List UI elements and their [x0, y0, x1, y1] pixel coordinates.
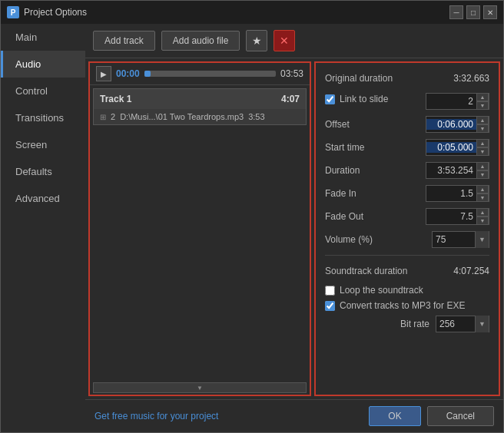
fade-out-up-arrow[interactable]: ▲: [476, 208, 489, 216]
scroll-area: ▼: [90, 381, 310, 395]
bit-rate-row: Bit rate 256 128 192 320 ▼: [325, 316, 489, 332]
offset-spinbox[interactable]: ▲ ▼: [426, 116, 489, 133]
close-button[interactable]: ✕: [483, 5, 497, 19]
duration-input[interactable]: [426, 165, 476, 176]
sidebar-item-transitions[interactable]: Transitions: [1, 104, 85, 131]
fade-out-input[interactable]: [426, 211, 476, 222]
bit-rate-select[interactable]: 256 128 192 320: [436, 319, 475, 329]
progress-fill: [144, 71, 151, 77]
link-to-slide-spinbox[interactable]: ▲ ▼: [426, 93, 489, 110]
link-to-slide-label: Link to slide: [340, 94, 388, 104]
bit-rate-label: Bit rate: [325, 319, 436, 329]
bit-rate-dropdown[interactable]: 256 128 192 320 ▼: [436, 316, 489, 332]
play-icon: ▶: [101, 70, 107, 78]
toolbar: Add track Add audio file ★ ✕: [85, 24, 503, 58]
minimize-button[interactable]: ─: [449, 5, 463, 19]
maximize-button[interactable]: □: [466, 5, 480, 19]
sidebar-item-screen[interactable]: Screen: [1, 131, 85, 158]
fade-in-down-arrow[interactable]: ▼: [476, 193, 489, 202]
fade-in-spinbox[interactable]: ▲ ▼: [426, 185, 489, 202]
track-header: Track 1 4:07: [94, 89, 306, 109]
bit-rate-dropdown-arrow[interactable]: ▼: [475, 316, 489, 332]
link-down-arrow[interactable]: ▼: [476, 101, 489, 110]
start-time-label: Start time: [325, 142, 426, 153]
right-panel: Original duration 3:32.663 Link to slide: [314, 61, 500, 396]
duration-down-arrow[interactable]: ▼: [476, 170, 489, 179]
original-duration-row: Original duration 3:32.663: [325, 69, 489, 88]
fade-in-input[interactable]: [426, 188, 476, 199]
loop-soundtrack-label: Loop the soundtrack: [340, 285, 423, 296]
volume-dropdown-arrow[interactable]: ▼: [475, 231, 489, 248]
fade-in-up-arrow[interactable]: ▲: [476, 185, 489, 193]
start-time-up-arrow[interactable]: ▲: [476, 139, 489, 147]
audio-content: ▶ 00:00 03:53 Track 1 4:07: [85, 58, 503, 399]
add-track-button[interactable]: Add track: [93, 31, 155, 51]
start-time-spinbox[interactable]: ▲ ▼: [426, 139, 489, 156]
volume-select[interactable]: 75 50 100: [433, 234, 475, 245]
sidebar-item-control[interactable]: Control: [1, 78, 85, 104]
remove-button[interactable]: ✕: [274, 30, 295, 51]
convert-mp3-row: Convert tracks to MP3 for EXE: [325, 300, 489, 311]
add-audio-file-button[interactable]: Add audio file: [161, 31, 240, 51]
link-to-slide-checkbox[interactable]: [325, 94, 335, 104]
ok-button[interactable]: OK: [369, 406, 420, 426]
fade-in-label: Fade In: [325, 188, 426, 199]
convert-mp3-label: Convert tracks to MP3 for EXE: [340, 300, 465, 311]
expand-icon: ⊞: [100, 113, 106, 121]
window-title: Project Options: [24, 7, 449, 18]
track-item[interactable]: Track 1 4:07 ⊞ 2 D:\Musi...\01 Two Teard…: [93, 88, 307, 125]
offset-up-arrow[interactable]: ▲: [476, 116, 489, 124]
app-icon: P: [7, 6, 19, 18]
offset-input[interactable]: [426, 119, 476, 130]
sidebar-item-main[interactable]: Main: [1, 24, 85, 51]
sidebar-item-defaults[interactable]: Defaults: [1, 158, 85, 185]
end-time: 03:53: [280, 68, 303, 79]
link-to-slide-input[interactable]: [426, 96, 476, 107]
fade-in-arrows: ▲ ▼: [476, 185, 489, 202]
title-bar: P Project Options ─ □ ✕: [1, 1, 503, 24]
close-icon: ✕: [280, 35, 289, 47]
loop-soundtrack-row: Loop the soundtrack: [325, 285, 489, 296]
fade-out-label: Fade Out: [325, 211, 426, 222]
soundtrack-duration-row: Soundtrack duration 4:07.254: [325, 262, 489, 280]
link-to-slide-row: Link to slide ▲ ▼: [325, 92, 489, 111]
start-time-input[interactable]: [426, 142, 476, 153]
volume-label: Volume (%): [325, 234, 432, 245]
duration-row: Duration ▲ ▼: [325, 161, 489, 180]
track-panel: ▶ 00:00 03:53 Track 1 4:07: [88, 61, 311, 396]
scroll-down-button[interactable]: ▼: [93, 382, 307, 393]
main-panel: Add track Add audio file ★ ✕ ▶: [85, 24, 503, 432]
offset-down-arrow[interactable]: ▼: [476, 124, 489, 133]
fade-out-down-arrow[interactable]: ▼: [476, 216, 489, 225]
track-duration: 4:07: [281, 94, 300, 104]
playback-bar: ▶ 00:00 03:53: [90, 63, 310, 85]
track-name: Track 1: [100, 94, 131, 104]
cancel-button[interactable]: Cancel: [427, 406, 494, 426]
link-to-slide-checkbox-group: Link to slide: [325, 94, 426, 104]
duration-label: Duration: [325, 165, 426, 176]
progress-bar[interactable]: [144, 71, 276, 77]
sidebar: Main Audio Control Transitions Screen De…: [1, 24, 85, 432]
duration-spinbox[interactable]: ▲ ▼: [426, 162, 489, 179]
current-time: 00:00: [116, 68, 140, 79]
sidebar-item-audio[interactable]: Audio: [1, 51, 85, 78]
convert-mp3-checkbox[interactable]: [325, 301, 335, 311]
sidebar-item-advanced[interactable]: Advanced: [1, 185, 85, 212]
start-time-down-arrow[interactable]: ▼: [476, 147, 489, 156]
track-list: Track 1 4:07 ⊞ 2 D:\Musi...\01 Two Teard…: [90, 85, 310, 381]
free-music-link[interactable]: Get free music for your project: [94, 411, 218, 421]
duration-arrows: ▲ ▼: [476, 162, 489, 179]
star-button[interactable]: ★: [246, 30, 267, 51]
fade-out-spinbox[interactable]: ▲ ▼: [426, 208, 489, 225]
fade-out-row: Fade Out ▲ ▼: [325, 207, 489, 226]
volume-dropdown[interactable]: 75 50 100 ▼: [432, 231, 489, 248]
fade-out-arrows: ▲ ▼: [476, 208, 489, 225]
track-slide-num: 2: [111, 112, 115, 121]
link-up-arrow[interactable]: ▲: [476, 93, 489, 101]
fade-in-row: Fade In ▲ ▼: [325, 184, 489, 203]
play-button[interactable]: ▶: [96, 66, 111, 81]
loop-soundtrack-checkbox[interactable]: [325, 286, 335, 296]
soundtrack-duration-label: Soundtrack duration: [325, 266, 428, 276]
track-file-row: ⊞ 2 D:\Musi...\01 Two Teardrops.mp3 3:53: [94, 109, 306, 124]
duration-up-arrow[interactable]: ▲: [476, 162, 489, 170]
